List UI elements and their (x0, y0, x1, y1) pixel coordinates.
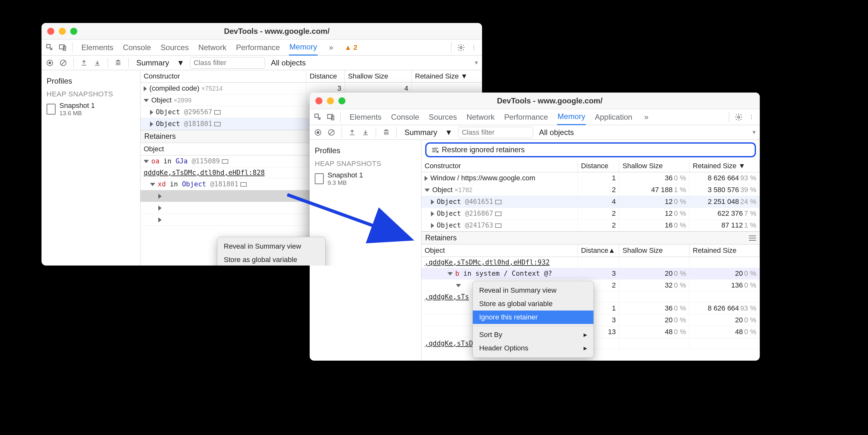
svg-point-3 (460, 46, 462, 49)
upload-icon[interactable] (79, 58, 89, 68)
col-distance[interactable]: Distance (307, 70, 345, 82)
tab-sources[interactable]: Sources (428, 110, 458, 125)
tab-network[interactable]: Network (466, 110, 495, 125)
col-shallow-size[interactable]: Shallow Size (345, 70, 412, 82)
more-tabs-icon[interactable]: » (326, 42, 336, 53)
tab-console[interactable]: Console (391, 110, 420, 125)
window-chip-icon (495, 212, 501, 216)
titlebar: DevTools - www.google.com/ (41, 23, 482, 39)
download-icon[interactable] (92, 58, 102, 68)
restore-ignored-retainers-button[interactable]: Restore ignored retainers (425, 142, 756, 157)
retainer-row[interactable]: b in system / Context @? 3 200 % 200 % (422, 268, 760, 280)
col-constructor[interactable]: Constructor (141, 70, 307, 82)
maximize-icon[interactable] (338, 97, 345, 104)
class-filter-input[interactable] (458, 127, 533, 138)
col-retained-size[interactable]: Retained Size ▼ (412, 70, 482, 82)
svg-point-5 (49, 62, 51, 64)
minimize-icon[interactable] (59, 28, 66, 35)
minimize-icon[interactable] (327, 97, 334, 104)
view-select[interactable]: Summary ▼ (134, 57, 187, 69)
window-chip-icon (214, 110, 221, 115)
ctx-header-options[interactable]: Header Options▸ (473, 341, 593, 355)
tab-network[interactable]: Network (197, 40, 227, 55)
menu-icon[interactable] (749, 236, 756, 241)
record-icon[interactable] (313, 127, 323, 137)
ctx-reveal[interactable]: Reveal in Summary view (217, 240, 325, 253)
svg-line-17 (330, 130, 333, 134)
gc-icon[interactable] (113, 58, 123, 68)
snapshot-item[interactable]: Snapshot 1 9.3 MB (310, 169, 421, 188)
table-row[interactable]: Window / https://www.google.com 1 360 % … (422, 172, 760, 184)
snapshot-item[interactable]: Snapshot 1 13.6 MB (41, 100, 140, 119)
sidebar-title: Profiles (310, 144, 421, 157)
tab-application[interactable]: Application (594, 110, 633, 125)
dropdown-icon[interactable]: ▼ (474, 60, 479, 66)
gc-icon[interactable] (381, 127, 392, 137)
tab-console[interactable]: Console (122, 40, 152, 55)
inspect-icon[interactable] (313, 112, 323, 122)
file-icon (46, 104, 56, 115)
table-row[interactable]: Object @241763 2 160 % 87 1121 % (422, 220, 760, 231)
col-shallow-size[interactable]: Shallow Size (619, 160, 689, 172)
kebab-icon[interactable]: ⋮ (746, 112, 756, 122)
ctx-sort-by[interactable]: Sort By▸ (473, 328, 593, 341)
tab-performance[interactable]: Performance (503, 110, 549, 125)
snapshot-name: Snapshot 1 (328, 171, 363, 179)
class-filter-input[interactable] (190, 57, 265, 69)
device-icon[interactable] (326, 112, 336, 122)
clear-icon[interactable] (326, 127, 337, 137)
chevron-right-icon: ▸ (584, 331, 587, 339)
col-distance[interactable]: Distance (578, 160, 619, 172)
scope-select[interactable]: All objects (268, 57, 308, 69)
view-select[interactable]: Summary ▼ (402, 127, 455, 138)
col-retained-size[interactable]: Retained Size (689, 245, 760, 257)
download-icon[interactable] (361, 127, 371, 137)
kebab-icon[interactable]: ⋮ (469, 42, 479, 53)
tab-performance[interactable]: Performance (235, 40, 280, 55)
window-chip-icon (495, 200, 501, 204)
close-icon[interactable] (315, 97, 322, 104)
file-icon (315, 173, 324, 184)
gear-icon[interactable] (734, 112, 744, 122)
snapshot-name: Snapshot 1 (59, 101, 95, 110)
scope-select[interactable]: All objects (536, 127, 576, 138)
inspect-icon[interactable] (45, 42, 55, 53)
tab-sources[interactable]: Sources (160, 40, 189, 55)
retainer-row[interactable]: ,qddgKe,sTsDMc,dtl0hd,eHDfl:932 (422, 257, 760, 268)
device-icon[interactable] (58, 42, 68, 53)
svg-rect-0 (46, 44, 50, 48)
ctx-store-global[interactable]: Store as global variable (473, 297, 593, 311)
tab-elements[interactable]: Elements (349, 110, 382, 125)
ctx-reveal[interactable]: Reveal in Summary view (473, 284, 593, 297)
upload-icon[interactable] (347, 127, 357, 137)
close-icon[interactable] (47, 28, 54, 35)
col-retained-size[interactable]: Retained Size ▼ (689, 160, 760, 172)
main-toolbar: Elements Console Sources Network Perform… (41, 39, 482, 56)
table-row[interactable]: Object @461651 4 120 % 2 251 04824 % (422, 196, 760, 208)
tab-memory[interactable]: Memory (289, 39, 318, 56)
svg-point-15 (317, 131, 319, 134)
tab-memory[interactable]: Memory (557, 109, 586, 125)
gear-icon[interactable] (456, 42, 466, 53)
tab-elements[interactable]: Elements (81, 40, 114, 55)
svg-rect-10 (315, 114, 318, 118)
col-object[interactable]: Object (422, 245, 578, 257)
table-row[interactable]: Object ×1782 2 47 1881 % 3 580 57639 % (422, 184, 760, 196)
more-tabs-icon[interactable]: » (641, 112, 652, 122)
chevron-right-icon: ▸ (584, 344, 587, 352)
window-chip-icon (495, 223, 501, 228)
warning-badge[interactable]: ▲ 2 (344, 43, 357, 52)
record-icon[interactable] (45, 58, 55, 68)
col-shallow-size[interactable]: Shallow Size (619, 245, 689, 257)
sidebar-section-label: HEAP SNAPSHOTS (41, 88, 140, 100)
col-distance[interactable]: Distance▲ (578, 245, 619, 257)
dropdown-icon[interactable]: ▼ (751, 130, 756, 135)
ctx-ignore-retainer[interactable]: Ignore this retainer (473, 311, 593, 324)
table-row[interactable]: Object @216867 2 120 % 622 3767 % (422, 208, 760, 220)
clear-icon[interactable] (58, 58, 68, 68)
snapshot-size: 13.6 MB (59, 110, 95, 117)
context-menu: Reveal in Summary view Store as global v… (217, 237, 326, 266)
col-constructor[interactable]: Constructor (422, 160, 578, 172)
maximize-icon[interactable] (70, 28, 77, 35)
ctx-store-global[interactable]: Store as global variable (217, 253, 325, 266)
